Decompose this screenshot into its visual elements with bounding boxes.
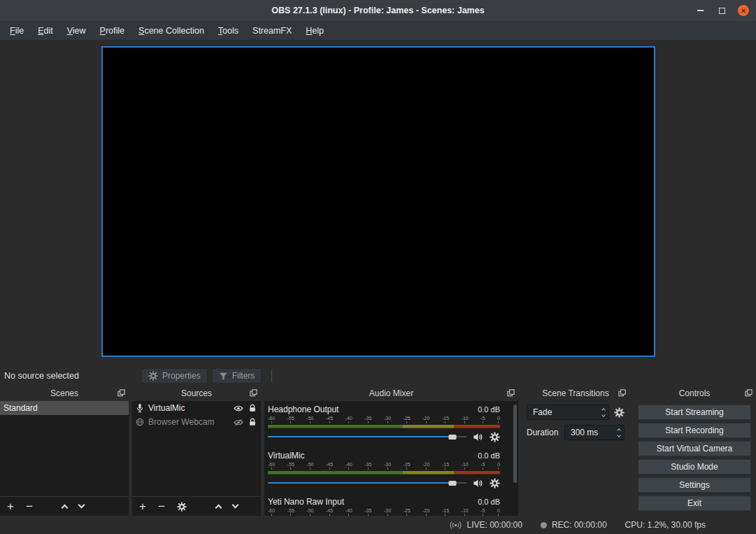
- add-scene-button[interactable]: +: [7, 500, 14, 512]
- popout-icon[interactable]: [117, 389, 125, 397]
- db-tick: -50: [306, 462, 313, 470]
- scene-item-standard[interactable]: Standard: [0, 401, 129, 415]
- source-properties-gear-button[interactable]: [177, 502, 187, 512]
- combo-spinner[interactable]: [599, 405, 608, 419]
- popout-icon[interactable]: [745, 389, 753, 397]
- db-tick: -55: [287, 508, 294, 516]
- scene-transitions-panel: Scene Transitions Fade Duration: [522, 386, 629, 516]
- db-tick: -50: [306, 508, 313, 516]
- move-scene-down-button[interactable]: [79, 503, 84, 510]
- cpu-fps-stats: CPU: 1.2%, 30.00 fps: [625, 520, 706, 530]
- chevron-down-icon: [78, 502, 85, 509]
- db-tick: -10: [462, 416, 469, 424]
- minimize-button[interactable]: [694, 5, 706, 16]
- audio-mixer-scrollbar[interactable]: [513, 405, 517, 483]
- start-virtual-camera-button[interactable]: Start Virtual Camera: [638, 441, 751, 456]
- exit-button[interactable]: Exit: [638, 496, 751, 511]
- db-tick: -30: [384, 508, 391, 516]
- db-tick: -15: [442, 416, 449, 424]
- mixer-channel-headphone-output: Headphone Output 0.0 dB -60-55-50-45-40-…: [264, 404, 518, 444]
- db-tick: -25: [404, 508, 411, 516]
- source-context-toolbar: No source selected Properties Filters: [0, 366, 756, 386]
- scenes-panel: Scenes Standard + −: [0, 386, 129, 516]
- lock-toggle[interactable]: [248, 418, 257, 426]
- preview-area: [0, 41, 756, 366]
- preview-canvas[interactable]: [101, 46, 655, 357]
- volume-meter: [268, 425, 500, 428]
- remove-scene-button[interactable]: −: [26, 500, 33, 512]
- menu-file[interactable]: File: [3, 22, 31, 39]
- sources-list: VirtualMic: [132, 401, 261, 516]
- channel-settings-gear-button[interactable]: [490, 432, 500, 442]
- properties-button[interactable]: Properties: [141, 368, 208, 384]
- sources-panel: Sources VirtualMic: [132, 386, 261, 516]
- maximize-button[interactable]: [716, 5, 727, 16]
- channel-db-value: 0.0 dB: [478, 405, 500, 414]
- menu-view[interactable]: View: [60, 22, 93, 39]
- source-row-virtualmic[interactable]: VirtualMic: [132, 401, 261, 415]
- obs-window: OBS 27.1.3 (linux) - Profile: James - Sc…: [0, 0, 756, 534]
- menu-scene-collection[interactable]: Scene Collection: [131, 22, 211, 39]
- duration-spinner[interactable]: [614, 426, 624, 440]
- transition-selected-value: Fade: [533, 407, 552, 417]
- globe-icon: [136, 418, 144, 426]
- scenes-panel-header[interactable]: Scenes: [0, 386, 129, 401]
- start-recording-button[interactable]: Start Recording: [638, 423, 751, 438]
- slider-handle[interactable]: [449, 435, 457, 440]
- db-tick: 0: [497, 462, 500, 470]
- move-scene-up-button[interactable]: [62, 503, 67, 510]
- menubar: File Edit View Profile Scene Collection …: [0, 21, 756, 41]
- start-streaming-button[interactable]: Start Streaming: [638, 405, 751, 420]
- live-time: LIVE: 00:00:00: [466, 520, 522, 530]
- add-source-button[interactable]: +: [139, 500, 146, 512]
- channel-settings-gear-button[interactable]: [490, 478, 500, 489]
- visibility-off-toggle[interactable]: [234, 419, 243, 426]
- scene-transitions-panel-header[interactable]: Scene Transitions: [522, 386, 629, 401]
- source-row-browser-webcam[interactable]: Browser Webcam: [132, 415, 261, 429]
- slider-handle[interactable]: [449, 481, 457, 486]
- db-tick: 0: [497, 508, 500, 516]
- titlebar[interactable]: OBS 27.1.3 (linux) - Profile: James - Sc…: [0, 0, 756, 21]
- scene-transitions-body: Fade Duration 300 ms: [522, 401, 629, 516]
- studio-mode-button[interactable]: Studio Mode: [638, 459, 751, 475]
- move-source-down-button[interactable]: [233, 503, 238, 510]
- lock-toggle[interactable]: [248, 404, 257, 412]
- mute-button[interactable]: [473, 478, 483, 489]
- transition-select[interactable]: Fade: [527, 405, 609, 420]
- channel-db-value: 0.0 dB: [478, 498, 500, 506]
- sources-panel-header[interactable]: Sources: [132, 386, 261, 401]
- popout-icon[interactable]: [618, 389, 626, 397]
- menu-tools[interactable]: Tools: [211, 22, 245, 39]
- menu-streamfx[interactable]: StreamFX: [245, 22, 299, 39]
- popout-icon[interactable]: [250, 389, 257, 397]
- remove-source-button[interactable]: −: [158, 500, 165, 512]
- transition-settings-gear-button[interactable]: [614, 407, 625, 418]
- move-source-up-button[interactable]: [216, 503, 221, 510]
- db-tick: -60: [268, 462, 275, 470]
- db-tick: -45: [326, 508, 333, 516]
- chevron-down-icon: [601, 413, 606, 417]
- volume-slider[interactable]: [268, 432, 466, 442]
- duration-value: 300 ms: [571, 428, 598, 437]
- menu-edit[interactable]: Edit: [31, 22, 60, 39]
- db-tick: -15: [442, 508, 449, 516]
- settings-button[interactable]: Settings: [638, 477, 751, 493]
- audio-mixer-panel-header[interactable]: Audio Mixer: [264, 386, 518, 401]
- menu-profile[interactable]: Profile: [93, 22, 131, 39]
- db-tick: -35: [364, 508, 371, 516]
- window-controls: ×: [694, 0, 749, 21]
- duration-spinbox[interactable]: 300 ms: [564, 425, 625, 440]
- mute-button[interactable]: [473, 432, 483, 442]
- db-tick: -35: [364, 462, 371, 470]
- volume-slider[interactable]: [268, 478, 466, 488]
- slider-fill: [268, 436, 452, 437]
- menu-help[interactable]: Help: [299, 22, 331, 39]
- filters-button[interactable]: Filters: [212, 368, 262, 384]
- visibility-toggle[interactable]: [234, 405, 243, 412]
- close-icon: ×: [741, 7, 746, 15]
- close-button[interactable]: ×: [738, 5, 749, 16]
- controls-panel: Controls Start Streaming Start Recording…: [633, 386, 756, 516]
- audio-mixer-panel: Audio Mixer Headphone Output 0.0 dB -60-…: [264, 386, 518, 516]
- popout-icon[interactable]: [507, 389, 515, 397]
- controls-panel-header[interactable]: Controls: [633, 386, 756, 401]
